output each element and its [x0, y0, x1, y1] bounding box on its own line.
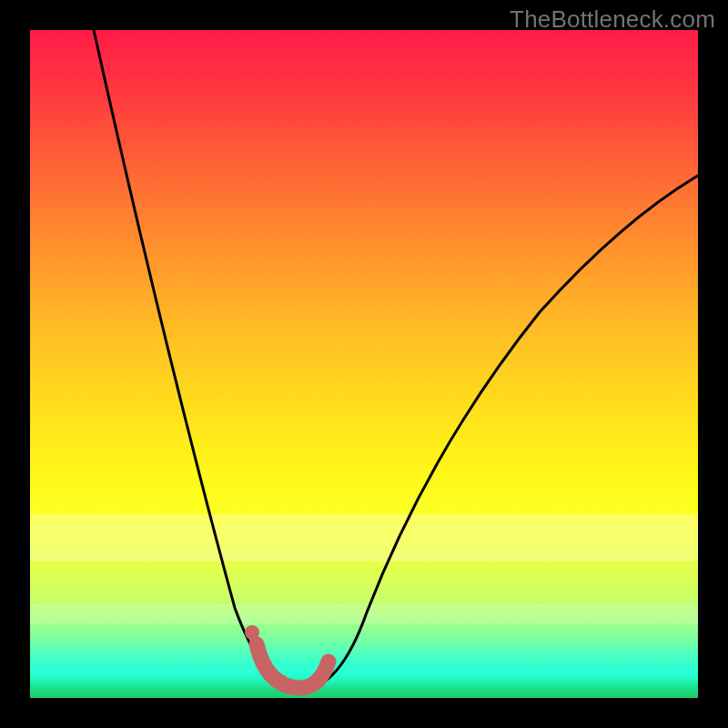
plot-frame [30, 30, 698, 698]
valley-dot-icon [245, 625, 259, 640]
watermark-text: TheBottleneck.com [510, 5, 715, 34]
curve-left [94, 30, 300, 690]
bottleneck-curve [30, 30, 698, 698]
valley-u-marker [257, 644, 329, 688]
curve-right [300, 176, 698, 690]
